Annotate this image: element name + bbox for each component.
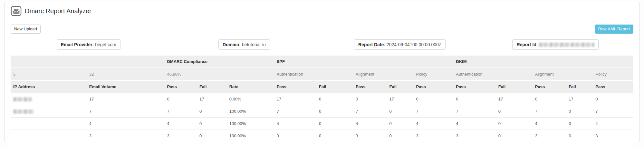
table-row: 7 7 0 100.00% 7 0 7 0 7 7 0 7 0 7 [11, 105, 633, 117]
email-provider-label: Email Provider: [61, 42, 94, 47]
column-header-row: IP Address Email Volume Pass Fail Rate P… [11, 80, 633, 93]
ip-cell [11, 117, 87, 130]
panel-header: Dmarc Report Analyzer [5, 2, 639, 20]
redacted-ip [13, 110, 34, 114]
col-email-volume: Email Volume [87, 80, 165, 93]
col-ip-address: IP Address [11, 80, 87, 93]
group-spf: SPF [274, 56, 454, 68]
dmarc-report-table: DMARC Compliance SPF DKIM 5 32 46.88% Au… [11, 56, 633, 147]
dkim-policy-label: Policy [593, 68, 633, 80]
col-dmarc-fail: Fail [197, 80, 227, 93]
table-row: 4 4 0 100.00% 4 0 4 0 4 4 0 4 0 4 [11, 117, 633, 130]
table-row: 3 3 0 100.00% 3 0 3 0 3 3 0 3 0 3 [11, 130, 633, 142]
domain-label: Domain: [223, 42, 241, 47]
dmarc-report-panel: Dmarc Report Analyzer New Upload Raw XML… [5, 2, 639, 142]
report-id-box: Report Id: [512, 39, 599, 50]
raw-xml-report-button[interactable]: Raw XML Report [595, 25, 634, 34]
page-title: Dmarc Report Analyzer [25, 7, 91, 15]
col-dkim-align-pass: Pass [533, 80, 566, 93]
report-meta-row: Email Provider: beget.com Domain: betuto… [11, 39, 633, 50]
toolbar: New Upload Raw XML Report [11, 25, 633, 34]
domain-box: Domain: betutorial.ru [218, 39, 270, 50]
report-id-redacted-value [539, 43, 594, 47]
col-spf-align-fail: Fail [387, 80, 413, 93]
compliance-rate: 46.88% [164, 68, 274, 80]
spf-policy-label: Policy [414, 68, 454, 80]
spf-authentication-label: Authentication [274, 68, 353, 80]
col-dmarc-pass: Pass [164, 80, 197, 93]
ip-cell [11, 105, 87, 117]
dkim-authentication-label: Authentication [453, 68, 532, 80]
col-spf-policy-pass: Pass [414, 80, 454, 93]
col-rate: Rate [227, 80, 274, 93]
col-dkim-auth-fail: Fail [496, 80, 533, 93]
email-total: 32 [87, 68, 165, 80]
redacted-ip [13, 97, 32, 101]
dkim-alignment-label: Alignment [533, 68, 593, 80]
report-id-label: Report Id: [516, 42, 538, 47]
summary-row: 5 32 46.88% Authentication Alignment Pol… [11, 68, 633, 80]
mail-shield-icon [11, 6, 22, 16]
ip-cell [11, 130, 87, 142]
ip-cell [11, 142, 87, 147]
col-spf-auth-fail: Fail [316, 80, 353, 93]
report-date-box: Report Date: 2024-09-04T00:00:00.000Z [354, 39, 446, 50]
email-provider-value: beget.com [95, 42, 116, 47]
email-provider-box: Email Provider: beget.com [57, 39, 120, 50]
col-dkim-auth-pass: Pass [453, 80, 495, 93]
group-dkim: DKIM [453, 56, 633, 68]
col-spf-auth-pass: Pass [274, 80, 316, 93]
col-dkim-align-fail: Fail [566, 80, 593, 93]
col-spf-align-pass: Pass [353, 80, 387, 93]
ip-cell [11, 93, 87, 105]
table-row: 1 1 0 100.00% 1 0 1 0 1 1 0 1 0 1 [11, 142, 633, 147]
group-header-row: DMARC Compliance SPF DKIM [11, 56, 633, 68]
report-date-value: 2024-09-04T00:00:00.000Z [387, 42, 441, 47]
report-date-label: Report Date: [358, 42, 385, 47]
table-row: 17 0 17 0.00% 17 0 0 17 0 0 17 0 17 0 [11, 93, 633, 105]
panel-body: New Upload Raw XML Report Email Provider… [5, 20, 639, 147]
domain-value: betutorial.ru [242, 42, 266, 47]
ip-count: 5 [11, 68, 87, 80]
col-dkim-policy-pass: Pass [593, 80, 633, 93]
new-upload-button[interactable]: New Upload [11, 25, 41, 34]
group-dmarc-compliance: DMARC Compliance [164, 56, 274, 68]
spf-alignment-label: Alignment [353, 68, 413, 80]
